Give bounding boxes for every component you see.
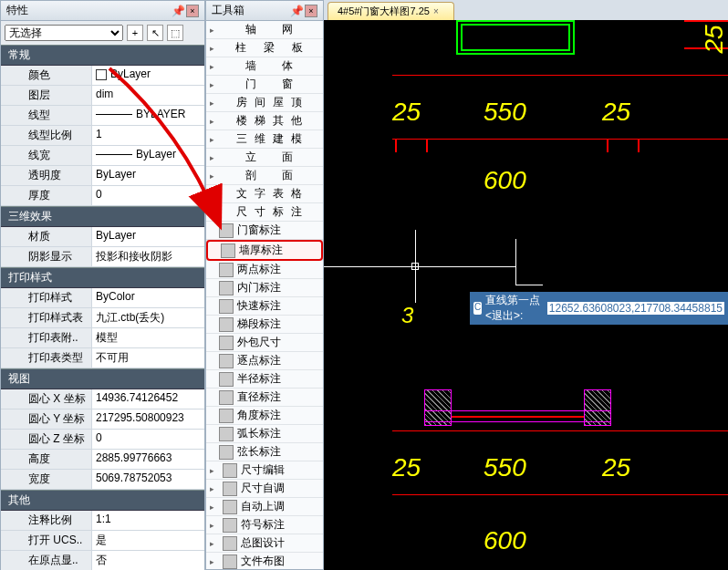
selection-dropdown[interactable]: 无选择 bbox=[5, 25, 123, 41]
prop-shadow[interactable]: 阴影显示投影和接收阴影 bbox=[1, 247, 204, 267]
section-view[interactable]: 视图 bbox=[1, 368, 204, 389]
document-tab-bar: 4#5#门窗大样图7.25 × bbox=[324, 0, 728, 20]
tool-item[interactable]: 逐点标注 bbox=[206, 352, 323, 370]
drawing-line bbox=[684, 20, 728, 22]
tool-item[interactable]: 门窗标注 bbox=[206, 222, 323, 240]
tool-group[interactable]: ▸柱 梁 板 bbox=[206, 39, 323, 57]
tool-group[interactable]: ▸尺寸编辑 bbox=[206, 461, 323, 480]
properties-panel: 特性 📌 × 无选择 + ↖ ⬚ 常规 颜色ByLayer 图层dim 线型BY… bbox=[0, 0, 205, 570]
prop-thickness[interactable]: 厚度0 bbox=[1, 186, 204, 206]
command-input[interactable]: 12652.63608023,217708.34458815 bbox=[547, 302, 724, 315]
prop-center-z[interactable]: 圆心 Z 坐标0 bbox=[1, 430, 204, 450]
tool-group[interactable]: ▸门 窗 bbox=[206, 76, 323, 94]
prop-center-x[interactable]: 圆心 X 坐标14936.74126452 bbox=[1, 389, 204, 409]
expand-icon: ▸ bbox=[210, 135, 219, 144]
expand-icon: ▸ bbox=[210, 171, 219, 181]
section-general[interactable]: 常规 bbox=[1, 45, 204, 66]
close-panel-button[interactable]: × bbox=[305, 5, 317, 17]
tool-item[interactable]: 半径标注 bbox=[206, 370, 323, 389]
dim-text: 600 bbox=[484, 166, 526, 195]
tool-item[interactable]: 外包尺寸 bbox=[206, 334, 323, 352]
prop-layer[interactable]: 图层dim bbox=[1, 86, 204, 106]
prop-plotstyle[interactable]: 打印样式ByColor bbox=[1, 288, 204, 308]
tool-item[interactable]: 墙厚标注 bbox=[206, 240, 323, 261]
tool-group[interactable]: ▸剖 面 bbox=[206, 167, 323, 185]
tool-group[interactable]: ▸自动上调 bbox=[206, 498, 323, 516]
close-panel-button[interactable]: × bbox=[186, 5, 199, 17]
tool-icon bbox=[219, 445, 234, 460]
drawing-rect bbox=[461, 24, 570, 51]
prop-ltscale[interactable]: 线型比例1 bbox=[1, 126, 204, 146]
tool-item[interactable]: 角度标注 bbox=[206, 407, 323, 425]
tool-group[interactable]: ▸总图设计 bbox=[206, 534, 323, 553]
select-objects-button[interactable]: ↖ bbox=[147, 25, 163, 41]
prop-width[interactable]: 宽度5069.78752053 bbox=[1, 470, 204, 490]
tool-group[interactable]: ▸楼梯其他 bbox=[206, 112, 323, 130]
hatch-pattern bbox=[584, 389, 611, 426]
tool-group[interactable]: ▸符号标注 bbox=[206, 516, 323, 534]
expand-icon: ▸ bbox=[210, 153, 219, 162]
tool-icon bbox=[219, 223, 234, 238]
tool-group[interactable]: ▸文件布图 bbox=[206, 553, 323, 570]
tool-icon bbox=[219, 354, 234, 368]
tool-group[interactable]: ▸立 面 bbox=[206, 149, 323, 167]
prop-plotattached[interactable]: 打印表附..模型 bbox=[1, 328, 204, 348]
tool-group[interactable]: ▸文字表格 bbox=[206, 185, 323, 203]
tool-icon bbox=[223, 554, 237, 569]
tool-label: 角度标注 bbox=[237, 408, 319, 423]
toggle-pickadd-button[interactable]: + bbox=[127, 25, 143, 41]
tool-label: 尺寸标注 bbox=[219, 204, 319, 220]
pin-icon[interactable]: 📌 bbox=[290, 5, 301, 16]
dim-text: 25 bbox=[602, 453, 630, 482]
dim-tick bbox=[638, 139, 640, 152]
tool-label: 文字表格 bbox=[219, 186, 319, 202]
pin-icon[interactable]: 📌 bbox=[172, 5, 182, 16]
tool-item[interactable]: 弦长标注 bbox=[206, 443, 323, 461]
tool-group[interactable]: ▸三维建模 bbox=[206, 130, 323, 149]
crosshair-icon bbox=[324, 266, 515, 267]
prop-ucs[interactable]: 打开 UCS..是 bbox=[1, 531, 204, 551]
tool-item[interactable]: 直径标注 bbox=[206, 389, 323, 407]
prop-annoscale[interactable]: 注释比例1:1 bbox=[1, 511, 204, 531]
expand-icon: ▸ bbox=[210, 484, 219, 493]
section-3d[interactable]: 三维效果 bbox=[1, 206, 204, 227]
tool-group[interactable]: ▸墙 体 bbox=[206, 57, 323, 76]
tool-item[interactable]: 两点标注 bbox=[206, 261, 323, 279]
tool-item[interactable]: 内门标注 bbox=[206, 279, 323, 297]
tool-label: 内门标注 bbox=[237, 280, 319, 295]
drawing-viewport[interactable]: 25 25 550 25 600 3 C 直线第一点<退出>: 12652.63… bbox=[324, 20, 728, 570]
tool-label: 两点标注 bbox=[237, 262, 319, 277]
tool-group[interactable]: ▸尺寸标注 bbox=[206, 203, 323, 222]
prop-height[interactable]: 高度2885.99776663 bbox=[1, 450, 204, 470]
document-tab[interactable]: 4#5#门窗大样图7.25 × bbox=[328, 2, 454, 20]
section-other[interactable]: 其他 bbox=[1, 490, 204, 511]
expand-icon: ▸ bbox=[210, 503, 219, 512]
tool-label: 轴 网 bbox=[219, 22, 319, 37]
tool-group[interactable]: ▸尺寸自调 bbox=[206, 480, 323, 498]
prop-plottabletype[interactable]: 打印表类型不可用 bbox=[1, 348, 204, 368]
tool-group[interactable]: ▸轴 网 bbox=[206, 21, 323, 39]
tool-icon bbox=[219, 317, 234, 332]
tool-item[interactable]: 梯段标注 bbox=[206, 316, 323, 334]
expand-icon: ▸ bbox=[210, 521, 219, 530]
prop-material[interactable]: 材质ByLayer bbox=[1, 227, 204, 247]
close-tab-button[interactable]: × bbox=[433, 6, 444, 17]
prop-center-y[interactable]: 圆心 Y 坐标217295.50800923 bbox=[1, 409, 204, 430]
prop-plottable[interactable]: 打印样式表九江.ctb(丢失) bbox=[1, 308, 204, 328]
tool-label: 梯段标注 bbox=[237, 316, 319, 332]
section-plotstyle[interactable]: 打印样式 bbox=[1, 267, 204, 288]
prop-transparency[interactable]: 透明度ByLayer bbox=[1, 166, 204, 186]
dim-line bbox=[392, 430, 728, 431]
tool-item[interactable]: 快速标注 bbox=[206, 297, 323, 316]
prop-lineweight[interactable]: 线宽ByLayer bbox=[1, 146, 204, 166]
prop-color[interactable]: 颜色ByLayer bbox=[1, 66, 204, 86]
dim-text: 550 bbox=[484, 453, 526, 482]
dim-text: 550 bbox=[484, 98, 526, 127]
tool-item[interactable]: 弧长标注 bbox=[206, 425, 323, 443]
prop-linetype[interactable]: 线型BYLAYER bbox=[1, 106, 204, 126]
expand-icon: ▸ bbox=[210, 80, 219, 89]
tool-label: 符号标注 bbox=[241, 517, 319, 533]
prop-origin[interactable]: 在原点显..否 bbox=[1, 551, 204, 570]
tool-group[interactable]: ▸房间屋顶 bbox=[206, 94, 323, 112]
quick-select-button[interactable]: ⬚ bbox=[167, 25, 183, 41]
